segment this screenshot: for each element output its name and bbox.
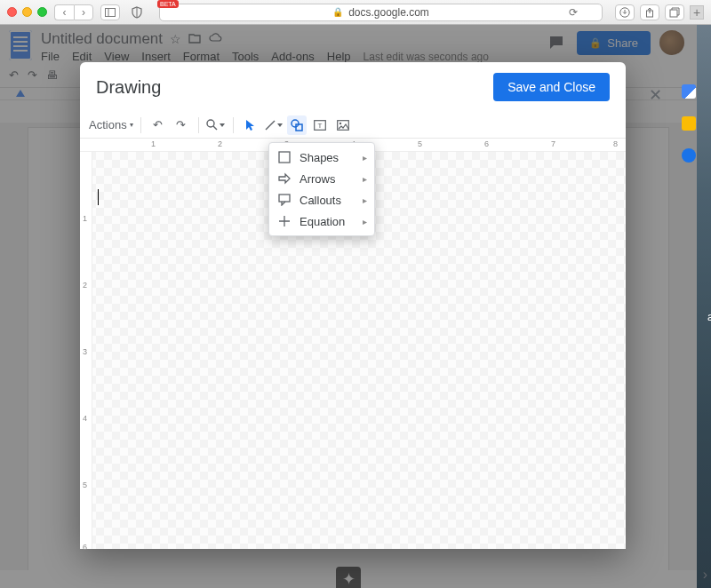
ruler-tick: 6 (83, 543, 87, 552)
shape-tool[interactable] (287, 115, 307, 135)
tasks-icon[interactable] (682, 148, 696, 163)
ruler-tick: 2 (218, 139, 222, 148)
address-bar[interactable]: 🔒 docs.google.com ⟳ (159, 4, 603, 21)
callouts-icon (278, 194, 291, 206)
separator (198, 117, 199, 133)
sidebar-toggle[interactable] (100, 4, 120, 20)
zoom-icon (206, 119, 218, 131)
save-and-close-button[interactable]: Save and Close (493, 73, 610, 101)
new-tab-button[interactable]: + (690, 5, 704, 20)
share-icon (644, 7, 655, 18)
ruler-tick: 6 (484, 139, 489, 148)
sidebar-icon (105, 8, 116, 17)
actions-label: Actions (89, 118, 127, 131)
lock-icon: 🔒 (332, 7, 343, 17)
line-tool[interactable] (264, 115, 284, 135)
share-button-safari[interactable] (640, 4, 659, 20)
menu-item-shapes[interactable]: Shapes ▸ (269, 147, 374, 168)
dialog-header: Drawing Save and Close (80, 62, 626, 112)
downloads-button[interactable] (615, 4, 635, 20)
actions-menu[interactable]: Actions ▾ (89, 118, 133, 131)
submenu-arrow-icon: ▸ (363, 195, 367, 205)
keep-icon[interactable] (682, 116, 696, 131)
image-icon (337, 120, 349, 131)
ruler-tick: 8 (613, 139, 618, 148)
tabs-icon (669, 7, 680, 18)
menu-label: Equation (300, 215, 345, 228)
beta-badge: BETA (157, 0, 179, 8)
menu-item-arrows[interactable]: Arrows ▸ (269, 168, 374, 189)
minimize-window[interactable] (22, 7, 32, 17)
svg-rect-14 (279, 152, 290, 163)
chevron-down-icon: ▾ (130, 121, 133, 129)
ruler-tick: 7 (551, 139, 555, 148)
cursor-icon (245, 119, 256, 131)
arrows-icon (278, 172, 291, 185)
shape-menu: Shapes ▸ Arrows ▸ Callouts ▸ Equation ▸ (268, 142, 375, 236)
textbox-icon: T (314, 120, 326, 131)
back-button[interactable]: ‹ (54, 4, 74, 20)
menu-item-equation[interactable]: Equation ▸ (269, 211, 374, 232)
ruler-tick: 2 (83, 281, 87, 290)
forward-button[interactable]: › (74, 4, 93, 20)
nav-buttons: ‹ › (54, 4, 93, 20)
svg-rect-4 (670, 10, 677, 17)
clipped-text: age (707, 311, 711, 323)
svg-line-7 (266, 121, 275, 130)
drawing-dialog: Drawing Save and Close Actions ▾ ↶ ↷ T (80, 62, 626, 549)
download-icon (619, 7, 630, 18)
url-text: docs.google.com (348, 6, 429, 19)
submenu-arrow-icon: ▸ (363, 174, 367, 184)
undo-button[interactable]: ↶ (148, 115, 168, 135)
submenu-arrow-icon: ▸ (363, 217, 367, 226)
ruler-tick: 4 (83, 414, 87, 423)
ruler-tick: 1 (151, 139, 156, 148)
tabs-button[interactable] (665, 4, 684, 20)
shield-icon (131, 6, 143, 19)
zoom-dropdown[interactable] (206, 115, 226, 135)
shape-icon (291, 119, 303, 131)
reload-icon[interactable]: ⟳ (569, 6, 578, 19)
svg-text:T: T (317, 122, 322, 130)
svg-point-8 (292, 120, 299, 127)
submenu-arrow-icon: ▸ (363, 153, 367, 163)
side-panel (669, 84, 708, 163)
svg-rect-0 (106, 8, 116, 16)
calendar-icon[interactable] (682, 84, 696, 99)
drawing-toolbar: Actions ▾ ↶ ↷ T (80, 112, 626, 139)
show-side-panel[interactable]: › (703, 567, 707, 583)
redo-button[interactable]: ↷ (172, 115, 191, 135)
window-controls (7, 7, 47, 17)
ruler-tick: 3 (83, 347, 87, 356)
separator (140, 117, 141, 133)
menu-label: Shapes (300, 151, 339, 164)
close-icon[interactable]: ✕ (649, 85, 662, 105)
privacy-report-button[interactable] (127, 4, 147, 20)
ruler-tick: 5 (418, 139, 422, 148)
separator (233, 117, 234, 133)
close-window[interactable] (7, 7, 17, 17)
safari-toolbar: ‹ › BETA 🔒 docs.google.com ⟳ + (0, 0, 711, 25)
svg-point-5 (207, 120, 214, 127)
shapes-icon (278, 151, 291, 163)
textbox-tool[interactable]: T (310, 115, 330, 135)
text-cursor (98, 189, 99, 205)
menu-item-callouts[interactable]: Callouts ▸ (269, 189, 374, 211)
svg-line-6 (213, 126, 217, 130)
menu-label: Callouts (300, 194, 341, 207)
image-tool[interactable] (333, 115, 353, 135)
vertical-ruler: 1 2 3 4 5 6 (80, 152, 92, 549)
ruler-tick: 1 (83, 214, 87, 223)
menu-label: Arrows (300, 172, 335, 186)
zoom-window[interactable] (37, 7, 47, 17)
equation-icon (278, 215, 291, 227)
svg-point-13 (339, 122, 340, 123)
line-icon (265, 120, 276, 131)
ruler-tick: 5 (83, 481, 87, 489)
svg-rect-9 (296, 124, 302, 131)
dialog-title: Drawing (96, 77, 161, 98)
svg-rect-15 (279, 195, 290, 202)
select-tool[interactable] (241, 115, 260, 135)
